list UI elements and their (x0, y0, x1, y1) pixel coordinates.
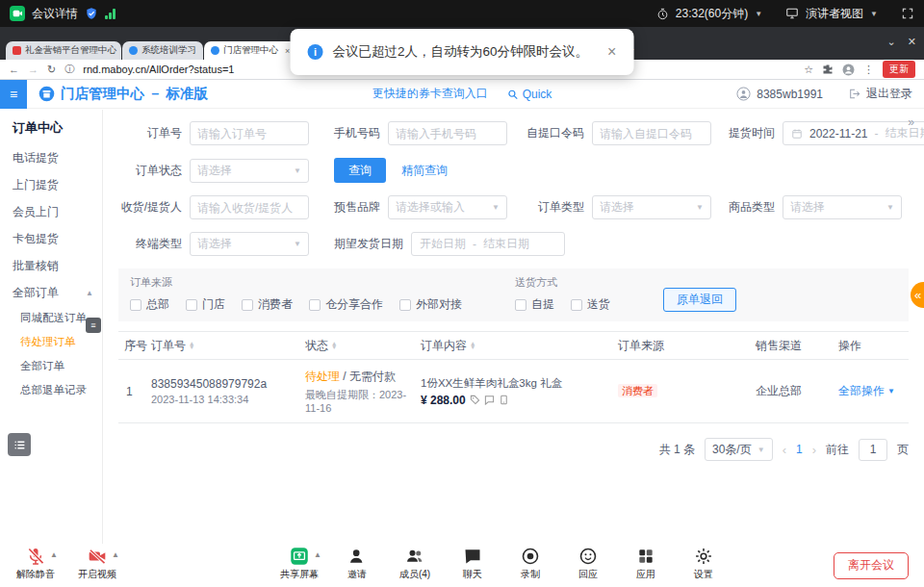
reload-icon[interactable]: ↻ (47, 64, 56, 76)
checkbox-consumer[interactable]: 消费者 (242, 296, 293, 313)
browser-tab[interactable]: 礼金营销平台管理中心 (6, 41, 121, 60)
site-info-icon[interactable]: ⓘ (64, 63, 74, 76)
col-content[interactable]: 订单内容▲▼ (421, 338, 618, 354)
collapse-panel-icon[interactable]: » (908, 115, 914, 129)
fullscreen-icon[interactable] (901, 7, 914, 20)
checkbox-self-pickup[interactable]: 自提 (515, 296, 554, 313)
unmute-button[interactable]: 解除静音 ▲ (13, 547, 58, 581)
current-page[interactable]: 1 (796, 443, 803, 456)
view-mode-selector[interactable]: 演讲者视图 (806, 6, 863, 22)
sort-icon[interactable]: ▲▼ (470, 342, 475, 349)
record-button[interactable]: 录制 (508, 547, 552, 581)
checkbox-warehouse-share[interactable]: 仓分享合作 (309, 296, 383, 313)
ship-end-date[interactable]: 结束日期 (483, 236, 529, 252)
network-signal-icon[interactable] (105, 9, 116, 19)
order-status-select[interactable]: 请选择 ▼ (190, 159, 309, 183)
pickup-code-input[interactable] (592, 121, 711, 145)
camera-options-caret-icon[interactable]: ▲ (112, 550, 119, 559)
browser-tab[interactable]: 系统培训学习 (122, 41, 203, 60)
pickup-end-date[interactable]: 结束日期 (886, 125, 924, 141)
checkbox-delivery[interactable]: 送货 (571, 296, 610, 313)
invite-button[interactable]: 邀请 (335, 547, 379, 581)
order-type-select[interactable]: 请选择 ▼ (592, 195, 711, 219)
forward-icon[interactable]: → (28, 64, 38, 75)
terminal-type-select[interactable]: 请选择 ▼ (190, 232, 309, 256)
ship-start-date[interactable]: 开始日期 (420, 236, 466, 252)
security-shield-icon[interactable] (85, 7, 98, 20)
meeting-timer[interactable]: 23:32(60分钟) (676, 6, 748, 22)
original-order-return-button[interactable]: 原单退回 (663, 288, 736, 312)
sidebar-drag-handle-icon[interactable]: ≡ (86, 318, 101, 333)
settings-button[interactable]: 设置 (681, 547, 726, 581)
window-close-icon[interactable]: ✕ (908, 36, 916, 48)
members-button[interactable]: 成员(4) (393, 547, 437, 581)
share-screen-button[interactable]: 共享屏幕 ▲ (277, 547, 321, 581)
order-no-input[interactable] (190, 121, 309, 145)
order-number[interactable]: 83859345088979792a (151, 377, 305, 391)
pickup-time-range[interactable]: 2022-11-21 - 结束日期 (783, 121, 924, 145)
presale-brand-select[interactable]: 请选择或输入 ▼ (388, 195, 507, 219)
extensions-puzzle-icon[interactable] (822, 64, 834, 75)
toolbar-label: 回应 (578, 568, 598, 581)
goods-type-select[interactable]: 请选择 ▼ (783, 195, 902, 219)
browser-menu-kebab-icon[interactable]: ⋮ (863, 64, 874, 76)
page-size-select[interactable]: 30条/页 ▼ (705, 438, 773, 461)
sidebar-item-phone-pickup[interactable]: 电话提货 (0, 144, 102, 171)
sidebar-item-card-pickup[interactable]: 卡包提货 (0, 225, 102, 252)
phone-input[interactable] (388, 121, 507, 145)
view-mode-caret-icon[interactable]: ▼ (870, 10, 878, 18)
next-page-icon[interactable]: › (812, 443, 816, 457)
sidebar-item-hq-refund-records[interactable]: 总部退单记录 (0, 378, 102, 402)
reaction-button[interactable]: 回应 (566, 547, 610, 581)
logout-button[interactable]: 退出登录 (866, 86, 912, 102)
chevron-down-icon: ▼ (887, 387, 895, 396)
floating-list-button[interactable] (8, 433, 31, 456)
mobile-device-icon[interactable] (499, 395, 509, 405)
url-text[interactable]: rnd.maboy.cn/AllOrder?status=1 (83, 64, 234, 75)
sidebar-section-all-orders[interactable]: 全部订单 ▲ (0, 279, 102, 306)
timer-caret-icon[interactable]: ▼ (755, 10, 762, 18)
all-actions-dropdown[interactable]: 全部操作 ▼ (838, 383, 909, 399)
sort-icon[interactable]: ▲▼ (331, 342, 337, 349)
checkbox-external[interactable]: 外部对接 (399, 296, 462, 313)
tab-close-icon[interactable]: × (282, 46, 290, 56)
col-status[interactable]: 状态▲▼ (305, 338, 421, 354)
message-icon[interactable] (484, 395, 495, 405)
goto-page-input[interactable] (859, 439, 887, 461)
sidebar-item-pending-orders[interactable]: 待处理订单 (0, 330, 102, 354)
prev-page-icon[interactable]: ‹ (783, 443, 786, 457)
coupon-query-link[interactable]: 更快捷的券卡查询入口 (372, 86, 488, 102)
profile-avatar-icon[interactable] (842, 64, 855, 76)
chat-button[interactable]: 聊天 (450, 547, 495, 581)
tab-search-caret-icon[interactable]: ⌄ (887, 36, 896, 48)
col-order-no[interactable]: 订单号▲▼ (151, 338, 305, 354)
simple-query-link[interactable]: 精简查询 (401, 163, 448, 179)
sidebar-item-member-visit[interactable]: 会员上门 (0, 198, 102, 225)
sidebar-toggle-button[interactable]: ≡ (0, 80, 27, 109)
gift-tag-icon[interactable] (470, 395, 480, 405)
apps-button[interactable]: 应用 (624, 547, 668, 581)
sort-icon[interactable]: ▲▼ (189, 342, 194, 349)
checkbox-store[interactable]: 门店 (186, 296, 225, 313)
back-icon[interactable]: ← (9, 64, 19, 75)
start-video-button[interactable]: 开启视频 ▲ (75, 547, 119, 581)
browser-update-button[interactable]: 更新 (883, 61, 915, 78)
sidebar-item-batch-verify[interactable]: 批量核销 (0, 252, 102, 279)
checkbox-hq[interactable]: 总部 (130, 296, 169, 313)
share-options-caret-icon[interactable]: ▲ (314, 550, 321, 559)
search-button[interactable]: 查询 (334, 158, 386, 183)
notification-close-icon[interactable]: × (607, 43, 616, 61)
sidebar-item-door-pickup[interactable]: 上门提货 (0, 171, 102, 198)
leave-meeting-button[interactable]: 离开会议 (834, 552, 909, 579)
order-created-at: 2023-11-13 14:33:34 (151, 394, 305, 405)
mic-options-caret-icon[interactable]: ▲ (50, 550, 58, 559)
meeting-details-button[interactable]: 会议详情 (32, 6, 78, 22)
browser-tab-active[interactable]: 门店管理中心× (204, 41, 296, 60)
pickup-start-date[interactable]: 2022-11-21 (809, 127, 868, 140)
expect-ship-date-range[interactable]: 开始日期 - 结束日期 (411, 232, 565, 256)
sidebar-item-all-orders[interactable]: 全部订单 (0, 354, 102, 378)
bookmark-star-icon[interactable]: ☆ (804, 64, 813, 76)
username[interactable]: 8385wb1991 (757, 88, 823, 101)
quick-search[interactable]: Quick (507, 88, 552, 101)
receiver-input[interactable] (190, 195, 309, 219)
